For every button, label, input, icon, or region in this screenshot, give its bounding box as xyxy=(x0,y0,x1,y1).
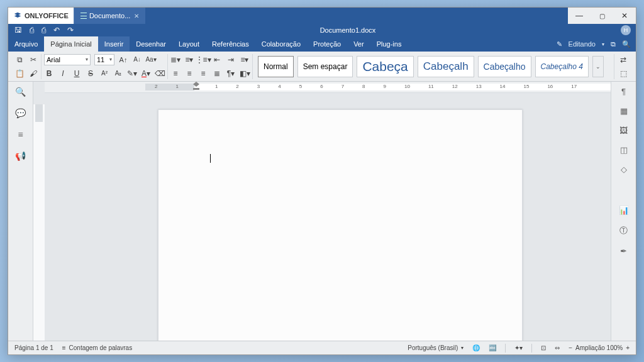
doclang-icon[interactable]: 🔤 xyxy=(489,344,496,351)
vertical-ruler[interactable] xyxy=(33,104,45,341)
table-settings-icon[interactable]: ▦ xyxy=(620,106,628,116)
zoom-label[interactable]: Ampliação 100% xyxy=(575,344,623,351)
app-window: ONLYOFFICE Documento... ✕ — ▢ ✕ 🖫 ⎙ ⎙ ↶ … xyxy=(8,7,636,355)
menu-desenhar[interactable]: Desenhar xyxy=(130,36,172,52)
save-icon[interactable]: 🖫 xyxy=(14,26,22,35)
change-case-icon[interactable]: Aa▾ xyxy=(146,55,156,65)
style-heading3[interactable]: Cabeçalho xyxy=(478,56,531,77)
font-name-combo[interactable]: Arial▾ xyxy=(44,54,91,65)
maximize-button[interactable]: ▢ xyxy=(591,8,613,24)
copy-icon[interactable]: ⧉ xyxy=(14,55,25,65)
chart-settings-icon[interactable]: 📊 xyxy=(619,206,629,215)
select-icon[interactable]: ⬚ xyxy=(618,69,628,79)
menu-ver[interactable]: Ver xyxy=(347,36,370,52)
grow-font-icon[interactable]: A↑ xyxy=(118,55,128,65)
zoom-in-icon[interactable]: + xyxy=(626,344,630,351)
shading-icon[interactable]: ◧▾ xyxy=(240,69,250,79)
document-page[interactable] xyxy=(158,109,523,341)
shrink-font-icon[interactable]: A↓ xyxy=(132,55,142,65)
image-settings-icon[interactable]: 🖼 xyxy=(619,126,628,135)
menu-plugins[interactable]: Plug-ins xyxy=(370,36,408,52)
fit-page-icon[interactable]: ⊡ xyxy=(541,344,546,351)
horizontal-ruler[interactable]: 211234567891011121314151617 xyxy=(45,82,611,93)
user-avatar[interactable]: H xyxy=(621,25,631,35)
italic-icon[interactable]: I xyxy=(58,69,68,79)
minimize-button[interactable]: — xyxy=(568,8,591,24)
menu-referencias[interactable]: Referências xyxy=(206,36,255,52)
subscript-icon[interactable]: A₂ xyxy=(113,69,123,79)
print-icon[interactable]: ⎙ xyxy=(30,26,34,35)
nonprinting-icon[interactable]: ¶▾ xyxy=(226,69,236,79)
line-spacing-icon[interactable]: ≡▾ xyxy=(240,55,250,65)
menu-arquivo[interactable]: Arquivo xyxy=(8,36,44,52)
tracking-icon[interactable]: ✦▾ xyxy=(514,344,523,351)
quickprint-icon[interactable]: ⎙ xyxy=(42,26,46,35)
menu-inserir[interactable]: Inserir xyxy=(98,36,130,52)
style-heading1[interactable]: Cabeça xyxy=(357,56,413,77)
fit-width-icon[interactable]: ⇔ xyxy=(555,344,560,351)
ribbon-header: 🖫 ⎙ ⎙ ↶ ↷ Documento1.docx H xyxy=(8,24,636,36)
search-icon[interactable]: 🔍 xyxy=(622,40,631,48)
paste-icon[interactable]: 📋 xyxy=(14,69,25,79)
workspace: 🔍 💬 ≡ 📢 211234567891011121314151617 xyxy=(8,82,636,341)
menu-pagina-inicial[interactable]: Página Inicial xyxy=(44,36,97,52)
bold-icon[interactable]: B xyxy=(44,69,54,79)
brand[interactable]: ONLYOFFICE xyxy=(8,8,74,24)
page-area[interactable] xyxy=(45,104,611,341)
zoom-out-icon[interactable]: − xyxy=(569,344,572,351)
header-settings-icon[interactable]: ◫ xyxy=(620,145,628,155)
menu-colaboracao[interactable]: Colaboração xyxy=(255,36,307,52)
style-no-spacing[interactable]: Sem espaçar xyxy=(297,56,353,77)
multilevel-icon[interactable]: ⋮≡▾ xyxy=(198,55,208,65)
paragraph-settings-icon[interactable]: ¶ xyxy=(621,87,626,96)
strike-icon[interactable]: S xyxy=(86,69,96,79)
indent-marker-icon[interactable] xyxy=(193,82,199,90)
align-justify-icon[interactable]: ≣ xyxy=(212,69,222,79)
spellcheck-icon[interactable]: 🌐 xyxy=(472,344,480,351)
close-tab-icon[interactable]: ✕ xyxy=(134,13,139,19)
cut-icon[interactable]: ✂ xyxy=(28,55,38,65)
align-center-icon[interactable]: ≡ xyxy=(184,69,194,79)
underline-icon[interactable]: U xyxy=(72,69,82,79)
word-count[interactable]: ≡ Contagem de palavras xyxy=(62,344,132,351)
menu-layout[interactable]: Layout xyxy=(172,36,206,52)
font-color-icon[interactable]: A▾ xyxy=(141,69,151,79)
find-icon[interactable]: 🔍 xyxy=(15,87,26,97)
toolbar: ⧉ ✂ 📋 🖌 Arial▾ 11▾ A↑ A↓ Aa▾ B I U S A² xyxy=(8,52,636,82)
textart-settings-icon[interactable]: Ⓣ xyxy=(619,225,628,236)
indent-dec-icon[interactable]: ⇤ xyxy=(212,55,222,65)
replace-icon[interactable]: ⇄ xyxy=(618,55,628,65)
numbering-icon[interactable]: ≡▾ xyxy=(184,55,194,65)
open-location-icon[interactable]: ⧉ xyxy=(611,40,616,48)
align-right-icon[interactable]: ≡ xyxy=(198,69,208,79)
signature-settings-icon[interactable]: ✒ xyxy=(620,246,627,256)
style-heading2[interactable]: Cabeçalh xyxy=(418,56,474,77)
style-heading4[interactable]: Cabeçalho 4 xyxy=(535,56,589,77)
style-dropdown[interactable]: ⌄ xyxy=(592,56,604,77)
undo-icon[interactable]: ↶ xyxy=(53,26,60,35)
chevron-down-icon[interactable]: ▾ xyxy=(602,41,604,47)
indent-inc-icon[interactable]: ⇥ xyxy=(226,55,236,65)
page-indicator[interactable]: Página 1 de 1 xyxy=(14,344,53,351)
right-sidebar: ¶ ▦ 🖼 ◫ ◇ 📊 Ⓣ ✒ xyxy=(611,82,636,341)
style-normal[interactable]: Normal xyxy=(258,56,294,77)
feedback-icon[interactable]: 📢 xyxy=(15,151,26,161)
text-cursor xyxy=(210,154,211,163)
document-tab[interactable]: Documento... ✕ xyxy=(74,8,145,24)
close-button[interactable]: ✕ xyxy=(613,8,636,24)
headings-icon[interactable]: ≡ xyxy=(18,129,23,140)
highlight-icon[interactable]: ✎▾ xyxy=(127,69,137,79)
edit-mode-label[interactable]: Editando xyxy=(569,40,596,48)
redo-icon[interactable]: ↷ xyxy=(67,26,74,35)
format-painter-icon[interactable]: 🖌 xyxy=(28,69,38,79)
comments-icon[interactable]: 💬 xyxy=(15,108,26,118)
clear-format-icon[interactable]: ⌫ xyxy=(155,69,165,79)
shape-settings-icon[interactable]: ◇ xyxy=(621,165,627,174)
menu-protecao[interactable]: Proteção xyxy=(307,36,347,52)
bullets-icon[interactable]: ≣▾ xyxy=(170,55,180,65)
font-size-combo[interactable]: 11▾ xyxy=(94,54,114,65)
language-selector[interactable]: Português (Brasil) ▾ xyxy=(408,344,464,351)
align-left-icon[interactable]: ≡ xyxy=(170,69,180,79)
brand-label: ONLYOFFICE xyxy=(25,12,69,19)
superscript-icon[interactable]: A² xyxy=(99,69,109,79)
